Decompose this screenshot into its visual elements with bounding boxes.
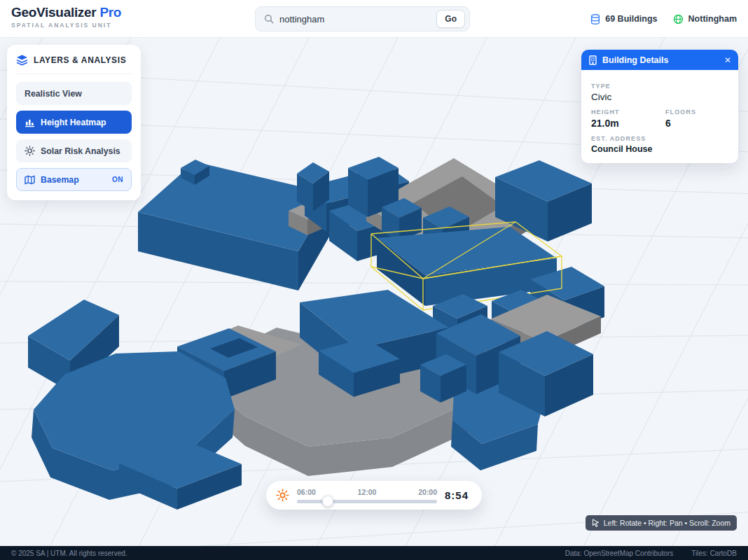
type-label: TYPE [591, 83, 728, 90]
type-value: Civic [591, 92, 728, 102]
details-title: Building Details [602, 55, 668, 65]
layer-label: Height Heatmap [41, 118, 106, 127]
current-time-display: 8:54 [445, 489, 469, 501]
floors-value: 6 [665, 118, 728, 129]
building-icon [588, 55, 597, 65]
height-value: 21.0m [591, 118, 665, 129]
search-icon [264, 14, 274, 24]
map-icon [25, 175, 35, 185]
basemap-toggle[interactable]: Basemap ON [16, 168, 132, 191]
details-body: TYPE Civic HEIGHT 21.0m FLOORS 6 EST. AD… [581, 70, 738, 163]
tiles-credit: Tiles: CartoDB [691, 550, 737, 557]
footer-bar: © 2025 SA | UTM. All rights reserved. Da… [0, 546, 748, 560]
city-badge: Nottingham [673, 14, 737, 24]
time-slider-track[interactable] [297, 500, 437, 503]
bar-chart-icon [25, 118, 35, 127]
brand-accent: Pro [99, 5, 121, 20]
brand-name: GeoVisualizer [11, 5, 96, 20]
buildings-count-badge: 69 Buildings [590, 14, 657, 24]
sun-icon [25, 146, 35, 156]
time-of-day-bar: 06:00 12:00 20:00 8:54 [266, 481, 482, 510]
globe-icon [673, 14, 684, 24]
city-label: Nottingham [688, 14, 737, 24]
database-icon [590, 14, 600, 24]
layer-button-solar-risk[interactable]: Solar Risk Analysis [16, 139, 132, 162]
layer-label: Basemap [41, 175, 79, 185]
header-status: 69 Buildings Nottingham [590, 0, 737, 38]
time-tick-end: 20:00 [418, 488, 437, 496]
layers-panel: LAYERS & ANALYSIS Realistic View Height … [7, 45, 141, 200]
search-go-button[interactable]: Go [436, 10, 465, 28]
close-icon[interactable]: ✕ [724, 56, 731, 64]
app-logo: GeoVisualizer Pro SPATIAL ANALYSIS UNIT [11, 5, 121, 29]
time-tick-start: 06:00 [297, 488, 316, 496]
address-value: Council House [591, 144, 728, 154]
layers-icon [16, 54, 28, 66]
brand-subtitle: SPATIAL ANALYSIS UNIT [11, 22, 121, 29]
time-tick-mid: 12:00 [358, 488, 377, 496]
layer-button-realistic-view[interactable]: Realistic View [16, 82, 132, 105]
floors-label: FLOORS [665, 108, 728, 115]
layer-label: Realistic View [25, 89, 82, 99]
height-label: HEIGHT [591, 108, 665, 115]
layer-label: Solar Risk Analysis [41, 146, 120, 156]
address-label: EST. ADDRESS [591, 135, 728, 142]
cursor-icon [592, 519, 600, 527]
layer-button-height-heatmap[interactable]: Height Heatmap [16, 111, 132, 134]
divider [16, 74, 132, 74]
buildings-count-label: 69 Buildings [605, 14, 657, 24]
basemap-state: ON [112, 176, 123, 183]
details-header: Building Details ✕ [581, 50, 738, 70]
search-input[interactable] [279, 14, 436, 24]
controls-hint-text: Left: Rotate • Right: Pan • Scroll: Zoom [604, 519, 730, 527]
layers-panel-title: LAYERS & ANALYSIS [34, 55, 126, 65]
copyright-text: © 2025 SA | UTM. All rights reserved. [11, 550, 127, 557]
sun-time-icon [276, 489, 289, 502]
app-header: GeoVisualizer Pro SPATIAL ANALYSIS UNIT … [0, 0, 748, 38]
building-details-panel: Building Details ✕ TYPE Civic HEIGHT 21.… [581, 50, 738, 163]
controls-hint: Left: Rotate • Right: Pan • Scroll: Zoom [586, 515, 737, 531]
search-bar: Go [255, 6, 470, 31]
data-credit: Data: OpenStreetMap Contributors [565, 550, 674, 557]
time-slider-thumb[interactable] [322, 496, 333, 507]
